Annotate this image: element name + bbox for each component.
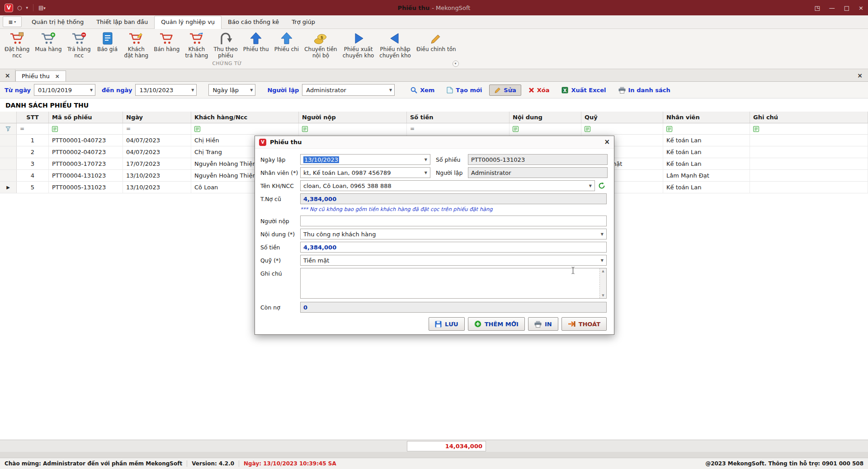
ten-kh-ncc-combo[interactable]: cloan, Cô Loan, 0965 388 888 ▼ xyxy=(300,180,595,191)
filter-cell-ma-so-phieu[interactable] xyxy=(49,123,123,134)
ribbon-item-tra-hang-ncc[interactable]: Trả hàng ncc xyxy=(65,30,94,59)
cell-nhan-vien[interactable]: Kế toán Lan xyxy=(663,182,750,193)
close-tab-icon[interactable]: × xyxy=(55,73,60,80)
close-icon[interactable]: × xyxy=(859,5,863,11)
column-header-so-tien[interactable]: Số tiền xyxy=(407,112,509,123)
column-header-nhan-vien[interactable]: Nhân viên xyxy=(663,112,750,123)
them-moi-button[interactable]: THÊM MỚI xyxy=(468,317,525,331)
ribbon-item-phieu-nhap-chuyen-kho[interactable]: Phiếu nhập chuyển kho xyxy=(377,30,414,59)
group-options-icon[interactable]: ▾ xyxy=(453,61,459,67)
column-header-ngay[interactable]: Ngày xyxy=(123,112,191,123)
column-header-nguoi-nop[interactable]: Người nộp xyxy=(299,112,407,123)
nguoi-lap-input[interactable]: Administrator xyxy=(468,167,608,178)
menu-tab-quan-ly-nghiep-vu[interactable]: Quản lý nghiệp vụ xyxy=(154,16,222,29)
close-all-tabs-icon[interactable]: × xyxy=(0,69,15,81)
sua-button[interactable]: Sửa xyxy=(489,84,521,96)
menu-tab-thiet-lap-ban-dau[interactable]: Thiết lập ban đầu xyxy=(90,16,154,28)
ribbon-menu-button[interactable]: ▦▾ xyxy=(3,16,22,27)
scroll-down-icon[interactable]: ▼ xyxy=(602,294,604,297)
in-danh-sach-button[interactable]: In danh sách xyxy=(613,84,675,96)
luu-button[interactable]: LƯU xyxy=(429,317,465,331)
filter-cell-khach-hang-ncc[interactable] xyxy=(191,123,299,134)
cell-ngay[interactable]: 17/07/2023 xyxy=(123,158,191,169)
filter-cell-so-tien[interactable]: = xyxy=(407,123,509,134)
menu-tab-bao-cao-thong-ke[interactable]: Báo cáo thống kê xyxy=(222,16,285,28)
so-phieu-input[interactable]: PTT00005-131023 xyxy=(468,154,608,165)
cell-ngay[interactable]: 04/07/2023 xyxy=(123,135,191,146)
cell-ghi-chu[interactable] xyxy=(750,146,868,158)
cell-ma-so-phieu[interactable]: PTT00001-040723 xyxy=(49,135,123,146)
dialog-close-icon[interactable]: × xyxy=(604,139,610,145)
chevron-down-icon[interactable]: ▾ xyxy=(26,6,28,10)
column-header-noi-dung[interactable]: Nội dung xyxy=(509,112,581,123)
in-button[interactable]: IN xyxy=(528,317,558,331)
filter-cell-ngay[interactable]: = xyxy=(123,123,191,134)
quick-access-icon[interactable]: ▤▾ xyxy=(38,5,46,10)
ghi-chu-textarea[interactable]: ▲▼ xyxy=(300,268,607,299)
cell-ma-so-phieu[interactable]: PTT00004-131023 xyxy=(49,170,123,181)
ngay-lap-combo[interactable]: 13/10/2023 ▼ xyxy=(300,154,430,165)
column-header-stt[interactable]: STT xyxy=(17,112,49,123)
ribbon-item-dat-hang-ncc[interactable]: Đặt hàng ncc xyxy=(2,30,32,59)
den-ngay-input[interactable]: 13/10/2023▼ xyxy=(135,84,197,96)
xuat-excel-button[interactable]: XXuất Excel xyxy=(557,84,611,96)
cell-ghi-chu[interactable] xyxy=(750,158,868,169)
cell-ngay[interactable]: 04/07/2023 xyxy=(123,146,191,158)
cell-ngay[interactable]: 13/10/2023 xyxy=(123,182,191,193)
tao-moi-button[interactable]: Tạo mới xyxy=(442,84,487,96)
cell-stt[interactable]: 3 xyxy=(17,158,49,169)
filter-cell-stt[interactable]: = xyxy=(17,123,49,134)
cell-stt[interactable]: 2 xyxy=(17,146,49,158)
cell-ghi-chu[interactable] xyxy=(750,170,868,181)
cell-ghi-chu[interactable] xyxy=(750,182,868,193)
thoat-button[interactable]: THOÁT xyxy=(561,317,607,331)
refresh-customer-icon[interactable] xyxy=(597,180,607,191)
filter-cell-noi-dung[interactable] xyxy=(509,123,581,134)
ribbon-item-dieu-chinh-ton[interactable]: Điều chỉnh tồn xyxy=(414,30,459,59)
ribbon-item-ban-hang[interactable]: Bán hàng xyxy=(151,30,182,59)
filter-cell-ghi-chu[interactable] xyxy=(750,123,868,134)
menu-tab-quan-tri-he-thong[interactable]: Quản trị hệ thống xyxy=(25,16,90,28)
ribbon-item-phieu-chi[interactable]: Phiếu chi xyxy=(272,30,302,59)
ribbon-item-mua-hang[interactable]: Mua hàng xyxy=(32,30,64,59)
ribbon-item-bao-gia[interactable]: Báo giá xyxy=(94,30,122,59)
minimize-icon[interactable]: — xyxy=(829,5,835,11)
xem-button[interactable]: Xem xyxy=(406,84,439,96)
xoa-button[interactable]: Xóa xyxy=(524,84,555,96)
cell-stt[interactable]: 5 xyxy=(17,182,49,193)
ribbon-item-phieu-xuat-chuyen-kho[interactable]: Phiếu xuất chuyển kho xyxy=(340,30,377,59)
nhan-vien-combo[interactable]: kt, Kế toán Lan, 0987 456789 ▼ xyxy=(300,167,430,178)
column-header-ghi-chu[interactable]: Ghi chú xyxy=(750,112,868,123)
filter-cell-quy[interactable] xyxy=(581,123,663,134)
cell-ma-so-phieu[interactable]: PTT00005-131023 xyxy=(49,182,123,193)
maximize-icon[interactable]: □ xyxy=(844,5,849,11)
nguoi-lap-combo[interactable]: Administrator▼ xyxy=(302,84,395,96)
close-strip-icon[interactable]: × xyxy=(852,69,868,81)
t-no-cu-input[interactable]: 4,384,000 xyxy=(300,193,607,204)
filter-cell-nhan-vien[interactable] xyxy=(663,123,750,134)
ribbon-item-khach-dat-hang[interactable]: Khách đặt hàng xyxy=(122,30,151,59)
doc-tab-phieu-thu[interactable]: Phiếu thu × xyxy=(15,70,66,81)
cell-nhan-vien[interactable]: Kế toán Lan xyxy=(663,135,750,146)
menu-tab-tro-giup[interactable]: Trợ giúp xyxy=(285,16,321,28)
nguoi-nop-input[interactable] xyxy=(300,216,607,226)
scrollbar[interactable]: ▲▼ xyxy=(599,268,606,298)
ribbon-item-chuyen-tien-noi-bo[interactable]: $Chuyển tiền nội bộ xyxy=(302,30,340,59)
tu-ngay-input[interactable]: 01/10/2019▼ xyxy=(34,84,95,96)
so-tien-input[interactable]: 4,384,000 xyxy=(300,242,607,253)
cell-stt[interactable]: 4 xyxy=(17,170,49,181)
cell-ma-so-phieu[interactable]: PTT00003-170723 xyxy=(49,158,123,169)
fit-window-icon[interactable]: ◳ xyxy=(815,5,820,11)
column-header-quy[interactable]: Quỹ xyxy=(581,112,663,123)
con-no-input[interactable]: 0 xyxy=(300,302,607,313)
cell-ngay[interactable]: 13/10/2023 xyxy=(123,170,191,181)
noi-dung-combo[interactable]: Thu công nợ khách hàng ▼ xyxy=(300,229,607,239)
field-selector-combo[interactable]: Ngày lập▼ xyxy=(208,84,255,96)
cell-ghi-chu[interactable] xyxy=(750,135,868,146)
ribbon-item-phieu-thu[interactable]: Phiếu thu xyxy=(241,30,272,59)
ribbon-item-khach-tra-hang[interactable]: Khách trả hàng xyxy=(182,30,211,59)
cell-nhan-vien[interactable]: Lâm Mạnh Đạt xyxy=(663,170,750,181)
column-header-khach-hang-ncc[interactable]: Khách hàng/Ncc xyxy=(191,112,299,123)
quy-combo[interactable]: Tiền mặt ▼ xyxy=(300,255,607,266)
ribbon-item-thu-theo-phieu[interactable]: Thu theo phiếu xyxy=(211,30,240,59)
